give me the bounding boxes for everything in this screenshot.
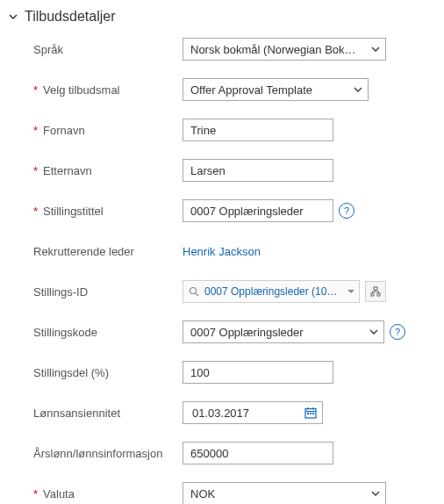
job-title-input[interactable] (183, 199, 333, 222)
svg-rect-14 (310, 413, 312, 414)
dropdown-icon (347, 288, 354, 295)
chevron-down-icon (369, 328, 378, 336)
last-name-input[interactable] (183, 159, 333, 182)
seniority-date-input[interactable]: 01.03.2017 (183, 401, 323, 424)
position-id-value: 0007 Opplæringsleder (100002 (204, 285, 341, 298)
label-job-title: *Stillingstittel (33, 205, 183, 218)
svg-rect-2 (374, 287, 377, 290)
svg-rect-15 (312, 413, 314, 414)
search-icon (189, 286, 199, 297)
position-id-lookup[interactable]: 0007 Opplæringsleder (100002 (183, 280, 360, 303)
svg-rect-3 (371, 293, 374, 296)
label-template: *Velg tilbudsmal (33, 83, 183, 97)
label-last-name: *Etternavn (33, 164, 183, 177)
chevron-down-icon (7, 11, 19, 23)
svg-rect-13 (307, 413, 309, 414)
template-select-value: Offer Approval Template (190, 83, 312, 97)
language-select[interactable]: Norsk bokmål (Norwegian Bokmål) (183, 38, 386, 61)
label-position-id: Stillings-ID (33, 285, 183, 299)
section-title: Tilbudsdetaljer (25, 9, 115, 25)
recruiting-manager-value: Henrik Jackson (183, 245, 261, 258)
position-fraction-input[interactable] (183, 361, 333, 384)
chevron-down-icon (354, 85, 362, 94)
svg-point-0 (190, 288, 197, 294)
position-code-value: 0007 Opplæringsleder (190, 326, 304, 339)
help-icon[interactable]: ? (390, 324, 405, 340)
help-icon[interactable]: ? (339, 203, 354, 219)
label-position-fraction: Stillingsdel (%) (33, 366, 183, 379)
chevron-down-icon (371, 45, 380, 54)
calendar-icon[interactable] (304, 407, 317, 419)
language-select-value: Norsk bokmål (Norwegian Bokmål) (190, 43, 364, 56)
label-language: Språk (33, 43, 183, 56)
offer-details-form: Språk Norsk bokmål (Norwegian Bokmål) *V… (7, 37, 437, 504)
position-code-select[interactable]: 0007 Opplæringsleder (183, 320, 384, 343)
label-salary: Årslønn/lønnsinformasjon (33, 447, 183, 460)
label-first-name: *Fornavn (33, 124, 183, 137)
chevron-down-icon (371, 489, 380, 498)
first-name-input[interactable] (183, 119, 333, 141)
section-header[interactable]: Tilbudsdetaljer (7, 9, 437, 25)
svg-rect-4 (377, 293, 380, 296)
currency-value: NOK (190, 487, 215, 500)
svg-line-1 (196, 293, 198, 296)
label-currency: *Valuta (33, 487, 183, 500)
template-select[interactable]: Offer Approval Template (183, 78, 369, 101)
org-chart-button[interactable] (365, 281, 386, 302)
label-recruiting-manager: Rekrutterende leder (33, 245, 183, 258)
currency-select[interactable]: NOK (183, 482, 386, 504)
label-position-code: Stillingskode (33, 326, 183, 339)
seniority-date-value: 01.03.2017 (192, 407, 249, 420)
salary-input[interactable] (183, 442, 333, 464)
label-seniority: Lønnsansiennitet (33, 407, 183, 420)
